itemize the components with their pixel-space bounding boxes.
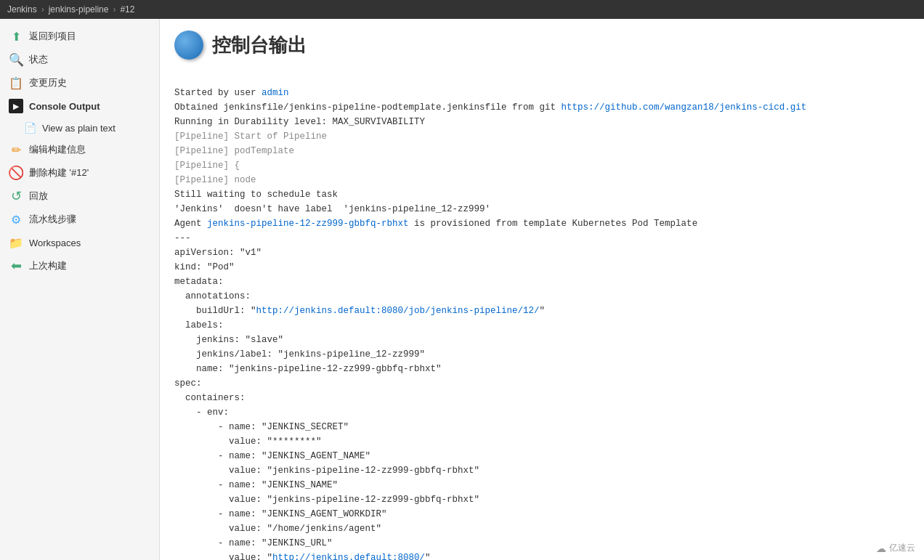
build-url-link[interactable]: http://jenkins.default:8080/job/jenkins-… [256, 306, 540, 316]
console-line-15: annotations: [174, 291, 251, 301]
cloud-icon: ☁ [876, 543, 886, 554]
console-line-26: - name: "JENKINS_AGENT_NAME" [174, 451, 370, 461]
agent-link[interactable]: jenkins-pipeline-12-zz999-gbbfq-rbhxt [207, 219, 409, 229]
console-line-18: jenkins: "slave" [174, 335, 283, 345]
console-line-31: value: "/home/jenkins/agent" [174, 524, 381, 534]
console-line-25: value: "********" [174, 437, 322, 447]
breadcrumb-sep-2: › [113, 4, 115, 15]
console-line-21: spec: [174, 378, 202, 389]
console-line-12: apiVersion: "v1" [174, 248, 262, 258]
console-line-2: Obtained jenkinsfile/jenkins-pipeline-po… [174, 102, 806, 113]
sidebar-item-label: 变更历史 [29, 76, 67, 89]
console-line-32: - name: "JENKINS_URL" [174, 538, 333, 548]
sidebar: ⬆ 返回到项目 🔍 状态 📋 变更历史 ▶ Console Output 📄 V… [0, 19, 160, 560]
console-line-8: Still waiting to schedule task [174, 190, 338, 200]
search-icon: 🔍 [9, 52, 23, 67]
console-line-19: jenkins/label: "jenkins-pipeline_12-zz99… [174, 349, 425, 360]
watermark-text: 亿速云 [889, 542, 915, 554]
sidebar-item-change-history[interactable]: 📋 变更历史 [0, 71, 159, 94]
console-output-area: Started by user admin Obtained jenkinsfi… [174, 71, 909, 560]
breadcrumb: Jenkins › jenkins-pipeline › #12 [7, 4, 134, 15]
history-icon: 📋 [9, 76, 23, 90]
sidebar-item-label: 流水线步骤 [29, 213, 76, 226]
gear-icon: ⚙ [9, 212, 23, 227]
document-icon: 📄 [23, 121, 36, 134]
sidebar-item-label: 删除构建 '#12' [29, 166, 89, 179]
console-line-1: Started by user admin [174, 88, 289, 98]
console-line-16: buildUrl: "http://jenkins.default:8080/j… [174, 306, 545, 316]
console-line-29: value: "jenkins-pipeline-12-zz999-gbbfq-… [174, 495, 479, 505]
breadcrumb-jenkins[interactable]: Jenkins [7, 4, 37, 15]
breadcrumb-pipeline[interactable]: jenkins-pipeline [49, 4, 109, 15]
main-content: 控制台输出 Started by user admin Obtained jen… [160, 19, 924, 560]
console-line-7: [Pipeline] node [174, 175, 256, 185]
sidebar-item-prev-build[interactable]: ⬅ 上次构建 [0, 254, 159, 277]
breadcrumb-sep-1: › [41, 4, 44, 15]
layout: ⬆ 返回到项目 🔍 状态 📋 变更历史 ▶ Console Output 📄 V… [0, 19, 924, 560]
folder-icon: 📁 [9, 235, 23, 250]
arrow-up-icon: ⬆ [9, 29, 23, 44]
sidebar-item-label: 编辑构建信息 [29, 143, 86, 156]
console-line-23: - env: [174, 407, 229, 418]
topbar: Jenkins › jenkins-pipeline › #12 [0, 0, 924, 19]
console-icon: ▶ [9, 99, 23, 113]
console-line-27: value: "jenkins-pipeline-12-zz999-gbbfq-… [174, 466, 479, 476]
sidebar-item-edit-build-info[interactable]: ✏ 编辑构建信息 [0, 138, 159, 161]
replay-icon: ↺ [9, 189, 23, 203]
sidebar-item-label: 返回到项目 [29, 30, 76, 43]
sidebar-item-console-output[interactable]: ▶ Console Output [0, 94, 159, 118]
console-line-24: - name: "JENKINS_SECRET" [174, 422, 349, 432]
admin-link[interactable]: admin [262, 88, 289, 98]
console-line-9: 'Jenkins' doesn't have label 'jenkins-pi… [174, 204, 490, 214]
console-line-4: [Pipeline] Start of Pipeline [174, 131, 327, 142]
sidebar-item-workspaces[interactable]: 📁 Workspaces [0, 231, 159, 254]
sidebar-item-back-to-project[interactable]: ⬆ 返回到项目 [0, 25, 159, 48]
page-title-row: 控制台输出 [174, 31, 909, 60]
sidebar-item-delete-build[interactable]: 🚫 删除构建 '#12' [0, 161, 159, 184]
watermark: ☁ 亿速云 [876, 542, 915, 554]
sidebar-item-label: View as plain text [42, 123, 115, 134]
console-line-10: Agent jenkins-pipeline-12-zz999-gbbfq-rb… [174, 219, 697, 229]
console-line-33: value: "http://jenkins.default:8080/" [174, 553, 431, 560]
console-line-14: metadata: [174, 277, 224, 287]
console-line-11: --- [174, 233, 191, 243]
edit-icon: ✏ [9, 142, 23, 157]
delete-icon: 🚫 [9, 166, 23, 180]
breadcrumb-build[interactable]: #12 [120, 4, 134, 15]
sidebar-item-label: Workspaces [29, 238, 81, 248]
sidebar-item-pipeline-steps[interactable]: ⚙ 流水线步骤 [0, 208, 159, 231]
console-line-22: containers: [174, 393, 246, 403]
sidebar-item-status[interactable]: 🔍 状态 [0, 48, 159, 71]
prev-build-icon: ⬅ [9, 259, 23, 273]
console-line-3: Running in Durability level: MAX_SURVIVA… [174, 117, 425, 127]
sidebar-item-label: 上次构建 [29, 259, 67, 272]
page-title-icon [174, 31, 203, 60]
sidebar-item-view-plain-text[interactable]: 📄 View as plain text [0, 118, 159, 138]
sidebar-item-replay[interactable]: ↺ 回放 [0, 184, 159, 208]
console-line-20: name: "jenkins-pipeline-12-zz999-gbbfq-r… [174, 364, 442, 374]
console-line-17: labels: [174, 320, 224, 330]
sidebar-item-label: Console Output [29, 101, 100, 112]
sidebar-item-label: 状态 [29, 53, 48, 66]
console-line-5: [Pipeline] podTemplate [174, 146, 294, 156]
sidebar-item-label: 回放 [29, 190, 48, 203]
console-line-30: - name: "JENKINS_AGENT_WORKDIR" [174, 509, 387, 519]
console-line-28: - name: "JENKINS_NAME" [174, 480, 338, 490]
console-line-13: kind: "Pod" [174, 262, 235, 272]
jenkins-url-link[interactable]: http://jenkins.default:8080/ [272, 553, 425, 560]
github-link[interactable]: https://github.com/wangzan18/jenkins-cic… [562, 102, 807, 113]
console-line-6: [Pipeline] { [174, 161, 240, 171]
page-title: 控制台输出 [212, 33, 307, 58]
